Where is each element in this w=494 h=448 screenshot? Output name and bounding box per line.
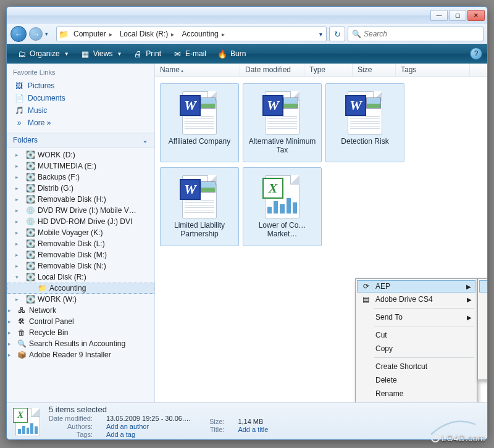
tree-twisty[interactable]: ▸ <box>15 230 19 236</box>
favorite-link[interactable]: 🎵Music <box>7 104 154 117</box>
tree-twisty[interactable]: ▸ <box>15 296 19 302</box>
tree-node[interactable]: ▸💽Mobile Voyager (K:) <box>7 227 154 238</box>
menu-item[interactable]: Help <box>479 365 488 378</box>
menu-item[interactable]: Encrypt <box>479 280 488 292</box>
folder-tree[interactable]: ▸💽WORK (D:)▸💽MULTIMEDIA (E:)▸💽Backups (F… <box>7 147 154 402</box>
nav-history-dropdown[interactable]: ▾ <box>45 31 54 37</box>
context-menu[interactable]: ⟳AEP▶▤Adobe Drive CS4▶Send To▶CutCopyCre… <box>355 278 477 420</box>
tree-node[interactable]: ▸💽Backups (F:) <box>7 172 154 183</box>
tree-node[interactable]: ▸🗑Recycle Bin <box>7 327 154 338</box>
file-item[interactable]: WAlternative Minimum Tax <box>243 83 322 162</box>
crumb-folder[interactable]: Accounting <box>178 27 228 41</box>
tree-node[interactable]: ▸💽MULTIMEDIA (E:) <box>7 160 154 172</box>
breadcrumb[interactable]: 📁 Computer Local Disk (R:) Accounting ▾ <box>56 27 327 41</box>
favorite-link[interactable]: »More » <box>7 117 154 129</box>
meta-value[interactable]: Add a tag <box>106 431 191 438</box>
help-button[interactable]: ? <box>470 48 482 60</box>
tree-twisty[interactable]: ▸ <box>15 207 19 214</box>
menu-item[interactable]: Copy <box>357 342 475 355</box>
drive-icon: 🔍 <box>17 339 27 349</box>
tree-twisty[interactable]: ▸ <box>8 330 11 336</box>
crumb-computer[interactable]: Computer <box>70 27 117 41</box>
favorite-link[interactable]: 📄Documents <box>7 92 154 104</box>
tree-twisty[interactable]: ▾ <box>15 274 19 280</box>
minimize-button[interactable]: — <box>430 10 448 21</box>
organize-button[interactable]: 🗂Organize▼ <box>12 47 74 60</box>
menu-item[interactable]: Run AEP <box>479 338 488 351</box>
column-header[interactable]: Size <box>353 64 396 77</box>
menu-item[interactable]: Send To▶ <box>357 310 475 324</box>
refresh-button[interactable]: ↻ <box>329 27 345 41</box>
tree-twisty[interactable]: ▸ <box>15 252 19 258</box>
tree-node[interactable]: ▸💽WORK (W:) <box>7 294 154 305</box>
tree-node[interactable]: ▸💿DVD RW Drive (I:) Mobile V… <box>7 205 154 216</box>
menu-item[interactable]: Create Self-Extracting file... <box>479 306 488 320</box>
file-grid[interactable]: WAffiliated CompanyWAlternative Minimum … <box>155 77 487 402</box>
tree-node[interactable]: ▸💽Removable Disk (L:) <box>7 238 154 249</box>
drive-icon: 🖧 <box>17 305 27 315</box>
file-item[interactable]: WLimited Liability Partnership <box>160 167 239 246</box>
tree-twisty[interactable]: ▸ <box>8 352 11 358</box>
print-button[interactable]: 🖨Print <box>128 47 166 60</box>
file-name: Alternative Minimum Tax <box>246 137 319 154</box>
submenu-arrow-icon: ▶ <box>467 296 472 303</box>
context-submenu-aep[interactable]: EncryptDecryptCreate Self-Extracting fil… <box>477 278 488 380</box>
close-button[interactable]: ✕ <box>467 10 485 21</box>
tree-twisty[interactable]: ▸ <box>8 341 11 347</box>
tree-twisty[interactable]: ▸ <box>15 185 19 191</box>
views-button[interactable]: ▦Views▼ <box>75 47 127 60</box>
tree-twisty[interactable]: ▸ <box>15 263 19 269</box>
favorite-link[interactable]: 🖼Pictures <box>7 80 154 92</box>
column-header[interactable]: Date modified <box>240 64 304 77</box>
file-item[interactable]: WDetection Risk <box>325 83 404 162</box>
drive-icon: 💽 <box>25 183 35 193</box>
maximize-button[interactable]: ▢ <box>449 10 466 21</box>
breadcrumb-dropdown[interactable]: ▾ <box>315 31 326 38</box>
tree-node[interactable]: ▸💽Removable Disk (N:) <box>7 260 154 272</box>
menu-item[interactable]: Rename <box>357 387 475 400</box>
column-header[interactable]: Type <box>304 64 353 77</box>
tree-node[interactable]: ▸🔍Search Results in Accounting <box>7 338 154 349</box>
menu-item[interactable]: Create Shortcut <box>357 360 475 373</box>
folders-toggle[interactable]: Folders⌄ <box>7 133 154 147</box>
tree-node[interactable]: ▸🛠Control Panel <box>7 316 154 327</box>
tree-twisty[interactable]: ▸ <box>15 241 19 247</box>
tree-twisty[interactable]: ▸ <box>8 318 11 325</box>
tree-twisty[interactable]: ▸ <box>15 196 19 202</box>
meta-value[interactable]: Add a title <box>238 426 268 433</box>
tree-node[interactable]: ▸💽Removable Disk (M:) <box>7 249 154 260</box>
menu-item[interactable]: About... <box>479 351 488 365</box>
file-item[interactable]: XLower of Co… Market… <box>243 167 322 246</box>
email-button[interactable]: ✉E-mail <box>167 47 211 60</box>
crumb-drive[interactable]: Local Disk (R:) <box>117 27 179 41</box>
file-item[interactable]: WAffiliated Company <box>160 83 239 162</box>
search-box[interactable]: 🔍 <box>348 27 484 41</box>
column-header[interactable]: Tags <box>396 64 470 77</box>
tree-node[interactable]: ▸🖧Network <box>7 305 154 316</box>
menu-item[interactable]: ⟳AEP▶ <box>357 280 475 292</box>
tree-node[interactable]: ▸💽Removable Disk (H:) <box>7 194 154 205</box>
back-button[interactable]: ← <box>10 26 27 42</box>
search-input[interactable] <box>364 30 479 38</box>
drive-icon: 💽 <box>25 294 35 304</box>
meta-value[interactable]: Add an author <box>106 423 191 430</box>
column-header[interactable]: Name <box>155 64 240 77</box>
tree-twisty[interactable]: ▸ <box>15 152 19 158</box>
tree-twisty[interactable]: ▸ <box>15 218 19 225</box>
menu-item[interactable]: Cut <box>357 328 475 342</box>
menu-item[interactable]: ▤Adobe Drive CS4▶ <box>357 292 475 306</box>
tree-node[interactable]: ▸💿HD DVD-ROM Drive (J:) DVI <box>7 216 154 227</box>
tree-node[interactable]: ▸💽Distrib (G:) <box>7 183 154 194</box>
tree-node[interactable]: ▸📦Adobe Reader 9 Installer <box>7 349 154 360</box>
tree-node[interactable]: ▾💽Local Disk (R:) <box>7 272 154 283</box>
tree-node[interactable]: 📁Accounting <box>7 283 154 294</box>
tree-twisty[interactable]: ▸ <box>15 163 19 169</box>
menu-item[interactable]: Delete <box>357 373 475 387</box>
burn-button[interactable]: 🔥Burn <box>212 47 251 60</box>
tree-twisty[interactable]: ▸ <box>8 307 11 313</box>
menu-item[interactable]: Wipe <box>479 320 488 333</box>
forward-button[interactable]: → <box>29 27 43 41</box>
tree-twisty[interactable]: ▸ <box>15 174 19 180</box>
tree-node[interactable]: ▸💽WORK (D:) <box>7 149 154 160</box>
menu-item[interactable]: Decrypt <box>479 292 488 306</box>
